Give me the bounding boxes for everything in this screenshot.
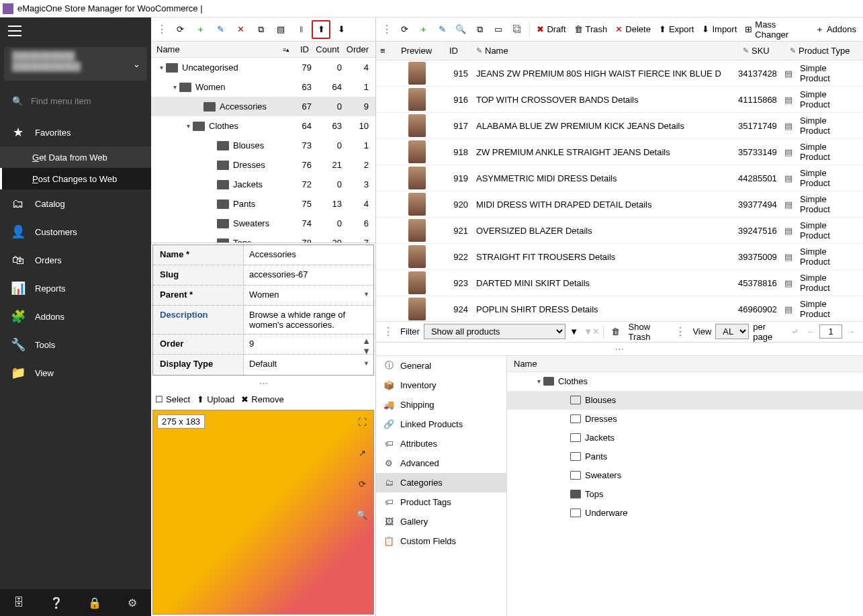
sidebar-item[interactable]: 🗂Catalog [0, 189, 151, 218]
product-row[interactable]: 916 TOP WITH CROSSOVER BANDS Details 411… [376, 87, 863, 113]
product-row[interactable]: 924 POPLIN SHIRT DRESS Details 46960902 … [376, 296, 863, 321]
tree-row[interactable]: Tops [507, 485, 863, 504]
clear-button[interactable]: ▧ [271, 20, 290, 39]
draft-button[interactable]: ✖Draft [533, 20, 570, 39]
filter-select[interactable]: Show all products [424, 324, 565, 339]
sort-icon[interactable]: ≡▴ [280, 46, 288, 53]
sidebar-item[interactable]: ★Favorites [0, 118, 151, 146]
parent-select[interactable]: Women▼ [244, 285, 373, 305]
view-select[interactable]: ALL [715, 324, 749, 339]
paste-button[interactable]: ▭ [490, 20, 507, 39]
tab[interactable]: 🚚Shipping [376, 395, 506, 414]
tab[interactable]: 🗂Categories [376, 473, 506, 492]
slug-input[interactable]: accessories-67 [244, 265, 373, 285]
filter-icon[interactable]: ▼ [566, 322, 582, 341]
open-icon[interactable]: ↗ [355, 445, 369, 460]
sidebar-subitem[interactable]: Get Data from Web [0, 146, 151, 168]
expand-icon[interactable]: ⛶ [355, 414, 369, 429]
zoom-icon[interactable]: 🔍 [355, 507, 369, 522]
menu-search[interactable]: 🔍 Find menu item [4, 90, 147, 112]
help-icon[interactable]: ❔ [38, 589, 75, 616]
copy-button[interactable]: ⧉ [251, 20, 270, 39]
category-row[interactable]: ▾ Women 63 64 1 [151, 77, 375, 97]
add-button[interactable]: ＋ [191, 20, 210, 39]
tree-row[interactable]: Jackets [507, 429, 863, 447]
prev-page[interactable]: ← [803, 326, 819, 337]
trash-icon[interactable]: 🗑 [607, 322, 623, 341]
category-row[interactable]: Pants 75 13 4 [151, 194, 375, 214]
upload-image-button[interactable]: ⬆Upload [197, 394, 234, 404]
sidebar-item[interactable]: 🛍Orders [0, 246, 151, 274]
more-icon[interactable]: ⋯ [151, 377, 375, 390]
category-row[interactable]: Blouses 73 0 1 [151, 136, 375, 155]
category-row[interactable]: Jackets 72 0 3 [151, 175, 375, 194]
edit-button[interactable]: ✎ [433, 20, 451, 39]
tab[interactable]: 🏷Attributes [376, 434, 506, 453]
gear-icon[interactable]: ⚙ [113, 589, 151, 616]
expand-toggle[interactable]: ▾ [170, 83, 179, 91]
product-row[interactable]: 917 ALABAMA BLUE ZW PREMIUM KICK JEANS D… [376, 113, 863, 139]
expand-toggle[interactable]: ▾ [183, 122, 193, 130]
select-image-button[interactable]: ☐Select [155, 394, 190, 404]
mass-changer-button[interactable]: ⊞Mass Changer [741, 20, 811, 39]
sidebar-item[interactable]: 🧩Addons [0, 302, 151, 331]
sidebar-item[interactable]: 📊Reports [0, 274, 151, 302]
description-input[interactable]: Browse a whide range of women's accessor… [244, 306, 373, 334]
tab[interactable]: ⓘGeneral [376, 356, 506, 376]
refresh-button[interactable]: ⟳ [396, 20, 413, 39]
next-page[interactable]: → [842, 326, 859, 337]
clone-button[interactable]: ⿻ [508, 20, 526, 39]
tab[interactable]: 📦Inventory [376, 376, 506, 395]
sidebar-item[interactable]: 🔧Tools [0, 331, 151, 359]
product-row[interactable]: 920 MIDI DRESS WITH DRAPED DETAIL Detail… [376, 191, 863, 218]
category-row[interactable]: Tops 78 29 7 [151, 233, 375, 243]
more-icon[interactable]: ⋯ [376, 343, 863, 355]
grip-icon[interactable]: ≡ [376, 42, 388, 60]
archive-icon[interactable]: 🗄 [0, 589, 38, 616]
product-row[interactable]: 918 ZW PREMIUM ANKLE STRAIGHT JEANS Deta… [376, 139, 863, 165]
product-row[interactable]: 919 ASYMMETRIC MIDI DRESS Details 442855… [376, 165, 863, 191]
edit-button[interactable]: ✎ [211, 20, 230, 39]
grip-icon[interactable]: ⋮ [379, 23, 395, 36]
product-row[interactable]: 923 DARTED MINI SKIRT Details 45378816 ▤… [376, 270, 863, 296]
sidebar-item[interactable]: 👤Customers [0, 218, 151, 246]
expand-toggle[interactable]: ▾ [534, 378, 543, 385]
import-button[interactable]: ⬇Import [698, 20, 741, 39]
columns-button[interactable]: ⦀ [291, 20, 310, 39]
tree-row[interactable]: Blouses [507, 391, 863, 410]
first-page[interactable]: ⤶ [787, 326, 803, 337]
order-input[interactable]: 9▲▼ [244, 335, 373, 354]
add-button[interactable]: ＋ [414, 20, 432, 39]
product-row[interactable]: 922 STRAIGHT FIT TROUSERS Details 393750… [376, 244, 863, 270]
sidebar-item[interactable]: 📁View [0, 359, 151, 387]
name-input[interactable]: Accessories [244, 245, 373, 265]
store-selector[interactable]: ███████████ ████████████ ⌄ [4, 47, 147, 81]
tab[interactable]: ⚙Advanced [376, 453, 506, 473]
tree-row[interactable]: Sweaters [507, 466, 863, 485]
addons-button[interactable]: ＋Addons [811, 20, 860, 39]
menu-toggle[interactable] [8, 26, 21, 36]
remove-image-button[interactable]: ✖Remove [241, 394, 283, 404]
tab[interactable]: 📋Custom Fields [376, 531, 506, 551]
refresh-button[interactable]: ⟳ [171, 20, 189, 39]
trash-button[interactable]: 🗑Trash [570, 20, 612, 39]
export-button[interactable]: ⬆Export [655, 20, 698, 39]
expand-toggle[interactable]: ▾ [156, 64, 166, 71]
tab[interactable]: 🏷Product Tags [376, 492, 506, 512]
clear-filter-icon[interactable]: ▼✕ [584, 322, 600, 341]
grip-icon[interactable]: ⋮ [154, 23, 170, 36]
delete-button[interactable]: ✕ [231, 20, 250, 39]
category-row[interactable]: ▾ Clothes 64 63 10 [151, 116, 375, 136]
sidebar-subitem[interactable]: Post Changes to Web [0, 168, 151, 189]
tab[interactable]: 🔗Linked Products [376, 414, 506, 434]
reload-icon[interactable]: ⟳ [355, 476, 369, 491]
category-row[interactable]: Dresses 76 21 2 [151, 155, 375, 175]
tab[interactable]: 🖼Gallery [376, 512, 506, 531]
import-button[interactable]: ⬇ [332, 20, 351, 39]
tree-row[interactable]: Pants [507, 447, 863, 466]
export-button[interactable]: ⬆ [312, 20, 330, 39]
delete-button[interactable]: ✕Delete [611, 20, 655, 39]
page-input[interactable] [819, 324, 842, 339]
search-button[interactable]: 🔍 [452, 20, 469, 39]
copy-button[interactable]: ⧉ [471, 20, 488, 39]
